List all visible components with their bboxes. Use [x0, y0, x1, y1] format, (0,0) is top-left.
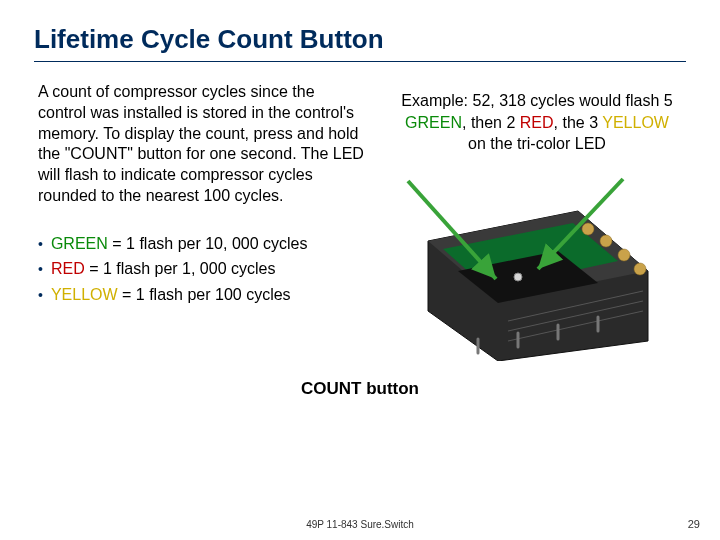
footer-text: 49P 11-843 Sure.Switch: [0, 519, 720, 530]
example-text: Example: 52, 318 cycles would flash 5 GR…: [388, 82, 686, 155]
legend-red: • RED = 1 flash per 1, 000 cycles: [38, 256, 364, 282]
slide-title: Lifetime Cycle Count Button: [34, 24, 686, 62]
svg-point-17: [514, 273, 522, 281]
svg-point-5: [600, 235, 612, 247]
page-number: 29: [688, 518, 700, 530]
svg-point-4: [582, 223, 594, 235]
intro-paragraph: A count of compressor cycles since the c…: [34, 82, 364, 207]
legend-yellow: • YELLOW = 1 flash per 100 cycles: [38, 282, 364, 308]
flash-legend: • GREEN = 1 flash per 10, 000 cycles • R…: [34, 231, 364, 308]
count-button-caption: COUNT button: [34, 379, 686, 399]
device-icon: [388, 171, 668, 361]
bullet-dot-icon: •: [38, 284, 43, 306]
device-illustration: [388, 171, 668, 361]
legend-green: • GREEN = 1 flash per 10, 000 cycles: [38, 231, 364, 257]
svg-point-6: [618, 249, 630, 261]
bullet-dot-icon: •: [38, 233, 43, 255]
svg-point-7: [634, 263, 646, 275]
bullet-dot-icon: •: [38, 258, 43, 280]
